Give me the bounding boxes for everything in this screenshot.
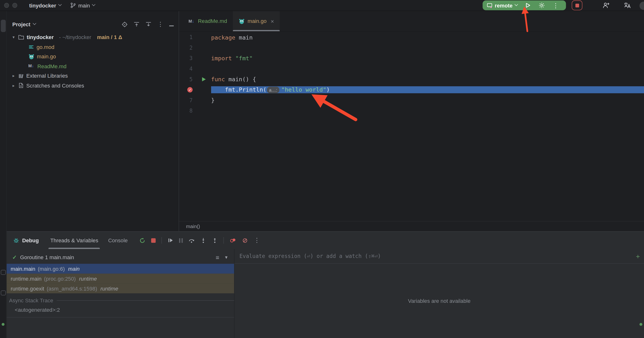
select-opened-file-button[interactable] bbox=[122, 21, 128, 28]
resume-button[interactable] bbox=[168, 238, 173, 243]
tree-item-gomod[interactable]: go.mod bbox=[6, 42, 178, 52]
stop-button[interactable] bbox=[572, 0, 582, 10]
line-number[interactable]: 4 bbox=[179, 66, 196, 72]
tree-node-label: External Libraries bbox=[26, 73, 68, 79]
dropdown-caret-icon[interactable]: ▾ bbox=[225, 255, 228, 260]
editor-tabbar: M↓ ReadMe.md bbox=[179, 11, 644, 32]
line-number[interactable]: 5 bbox=[179, 76, 196, 82]
project-selector[interactable]: tinydocker bbox=[26, 2, 64, 9]
chevron-down-icon bbox=[514, 2, 518, 6]
run-main-gutter-icon[interactable] bbox=[202, 78, 206, 82]
tree-item-label: main.go bbox=[37, 54, 56, 60]
stop-icon bbox=[151, 238, 156, 243]
line-number[interactable]: 2 bbox=[179, 45, 196, 51]
hide-panel-button[interactable] bbox=[169, 21, 174, 28]
stop-icon bbox=[575, 4, 579, 7]
expand-all-button[interactable] bbox=[145, 21, 152, 28]
view-options-icon[interactable]: ≡ bbox=[216, 254, 219, 260]
git-branch-icon bbox=[70, 2, 76, 8]
tab-threads-variables[interactable]: Threads & Variables bbox=[45, 232, 103, 249]
run-config-selector[interactable]: remote bbox=[486, 2, 520, 8]
debug-content: ✓ Goroutine 1 main.main ≡ ▾ main.main (m… bbox=[6, 249, 644, 338]
breakpoint-icon[interactable]: ✓ bbox=[187, 87, 192, 92]
run-options-button[interactable] bbox=[535, 1, 549, 10]
project-panel-header: Project bbox=[6, 18, 178, 30]
kebab-icon: ⋮ bbox=[254, 237, 260, 244]
branch-selector-label: main bbox=[78, 2, 90, 8]
mute-breakpoints-button[interactable] bbox=[242, 237, 248, 244]
window-control-dot[interactable] bbox=[12, 3, 17, 8]
kebab-icon: ⋮ bbox=[158, 20, 164, 28]
code-editor[interactable]: 1 package main 2 3 import "fmt" 4 bbox=[179, 32, 644, 221]
run-button[interactable] bbox=[521, 1, 535, 10]
code-with-me-button[interactable] bbox=[600, 0, 612, 10]
more-options-button[interactable]: ⋮ bbox=[158, 21, 164, 28]
chevron-collapsed-icon[interactable]: ▸ bbox=[12, 74, 16, 78]
more-run-actions-button[interactable]: ⋮ bbox=[549, 1, 563, 10]
step-out-button[interactable] bbox=[212, 238, 218, 243]
tab-label: main.go bbox=[248, 18, 266, 24]
tab-maingo[interactable]: main.go × bbox=[233, 11, 280, 31]
line-number[interactable]: 7 bbox=[179, 98, 196, 104]
tree-item-readme[interactable]: M↓ ReadMe.md bbox=[6, 62, 178, 71]
goroutine-label: Goroutine 1 main.main bbox=[20, 254, 74, 260]
close-tab-icon[interactable]: × bbox=[271, 18, 274, 24]
view-breakpoints-button[interactable] bbox=[230, 238, 236, 243]
tree-node-scratches[interactable]: ▸ Scratches and Consoles bbox=[6, 81, 178, 90]
stripe-tool-icon[interactable] bbox=[1, 270, 6, 275]
tree-item-label: ReadMe.md bbox=[37, 63, 66, 70]
tab-console[interactable]: Console bbox=[103, 232, 132, 249]
toolbar-separator bbox=[224, 237, 224, 244]
stripe-tool-icon[interactable] bbox=[1, 290, 6, 295]
line-number[interactable]: 3 bbox=[179, 55, 196, 62]
window-controls[interactable] bbox=[4, 3, 17, 8]
rerun-button[interactable] bbox=[139, 237, 146, 244]
code-line-1: 1 package main bbox=[179, 32, 644, 43]
tree-node-external-libraries[interactable]: ▸ External Libraries bbox=[6, 71, 178, 81]
scratch-file-icon bbox=[18, 83, 24, 88]
stripe-debug-dot-icon[interactable] bbox=[2, 323, 4, 326]
tab-readme[interactable]: M↓ ReadMe.md bbox=[183, 11, 233, 31]
code-line-2: 2 bbox=[179, 43, 644, 53]
more-debug-actions-button[interactable]: ⋮ bbox=[254, 237, 260, 244]
ide-window: tinydocker main r bbox=[0, 0, 644, 338]
stop-debug-button[interactable] bbox=[151, 238, 156, 243]
chevron-down-icon[interactable] bbox=[33, 21, 36, 24]
chevron-expanded-icon[interactable]: ▾ bbox=[12, 35, 16, 40]
breadcrumb[interactable]: main() bbox=[186, 224, 200, 229]
line-number[interactable]: 1 bbox=[179, 34, 196, 40]
library-icon bbox=[18, 73, 24, 79]
collapse-all-button[interactable] bbox=[134, 21, 140, 28]
debug-panel: Debug Threads & Variables Console bbox=[6, 231, 644, 338]
stack-frame-runtime-main[interactable]: runtime.main (proc.go:250) runtime bbox=[6, 274, 234, 284]
stack-frame-runtime-goexit[interactable]: runtime.goexit (asm_amd64.s:1598) runtim… bbox=[6, 284, 234, 294]
step-over-button[interactable] bbox=[188, 238, 195, 243]
evaluate-expression-bar[interactable]: Evaluate expression (⏎) or add a watch (… bbox=[234, 249, 644, 264]
async-stack-frame[interactable]: <autogenerated>:2 bbox=[6, 307, 234, 313]
tree-item-maingo[interactable]: main.go bbox=[6, 52, 178, 62]
line-number[interactable]: 8 bbox=[179, 108, 196, 114]
translate-button[interactable] bbox=[621, 0, 634, 10]
add-watch-icon[interactable]: + bbox=[636, 252, 641, 260]
right-stripe-debug-dot-icon[interactable] bbox=[640, 323, 642, 326]
main-area: Project bbox=[0, 11, 644, 338]
chevron-down-icon bbox=[58, 2, 62, 6]
parameter-hint[interactable]: a…: bbox=[267, 87, 279, 93]
tree-root-tinydocker[interactable]: ▾ tinydocker - ~/tinydocker main / 1 Δ bbox=[6, 32, 178, 42]
goroutine-selector[interactable]: ✓ Goroutine 1 main.main ≡ ▾ bbox=[6, 250, 234, 264]
pause-button[interactable] bbox=[179, 238, 183, 243]
partial-avatar-icon bbox=[640, 2, 644, 10]
gomod-icon bbox=[28, 44, 34, 50]
folder-icon bbox=[18, 35, 24, 40]
titlebar: tinydocker main r bbox=[0, 0, 644, 11]
chevron-collapsed-icon[interactable]: ▸ bbox=[12, 84, 16, 88]
branch-selector[interactable]: main bbox=[67, 2, 98, 9]
toolbar-separator bbox=[162, 237, 162, 244]
section-rule bbox=[57, 300, 234, 301]
stripe-project-icon[interactable] bbox=[1, 20, 6, 32]
debug-panel-title[interactable]: Debug bbox=[13, 237, 39, 244]
window-control-dot[interactable] bbox=[4, 3, 9, 8]
step-into-button[interactable] bbox=[200, 238, 206, 243]
stack-frame-main[interactable]: main.main (main.go:6) main bbox=[6, 264, 234, 274]
variables-pane: Evaluate expression (⏎) or add a watch (… bbox=[234, 249, 644, 338]
